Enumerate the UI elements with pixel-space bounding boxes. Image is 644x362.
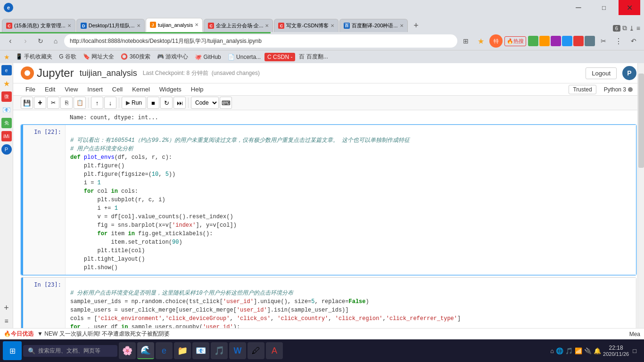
bookmark-360[interactable]: ⭕ 360搜索 (118, 52, 153, 62)
start-button[interactable]: ⊞ (3, 341, 22, 360)
screen-icon[interactable]: ⧉ (622, 24, 627, 32)
save-btn[interactable]: 💾 (21, 97, 33, 109)
maximize-btn[interactable]: □ (593, 0, 615, 15)
taskbar-app-acrobat[interactable]: A (266, 342, 283, 359)
cell-22[interactable]: In [22]: # 可以看出：有1605541（约占99.2%）的用户未重复阅… (21, 124, 636, 275)
browser-menu-icon[interactable]: ≡ (636, 25, 640, 32)
minimize-tabs-icon[interactable]: ⤓ (629, 25, 635, 32)
cell-22-code[interactable]: # 可以看出：有1605541（约占99.2%）的用户未重复阅读过文章，仅有极少… (70, 128, 631, 272)
new-tab-btn[interactable]: + (410, 19, 423, 32)
tab-csdn-messages[interactable]: C (15条消息) 文章管理... ✕ (2, 19, 75, 32)
tab-close-icon[interactable]: ✕ (400, 23, 404, 28)
tray-icon-5[interactable]: 🔌 (584, 347, 592, 354)
settings-btn[interactable]: ⋮ (612, 34, 625, 48)
bookmark-baidu-translate[interactable]: 百 百度翻... (296, 52, 330, 62)
move-up-btn[interactable]: ↑ (91, 97, 103, 109)
menu-widgets[interactable]: Widgets (155, 83, 186, 95)
menu-insert[interactable]: Insert (83, 83, 107, 95)
minimize-btn[interactable]: ─ (568, 0, 589, 15)
move-down-btn[interactable]: ↓ (104, 97, 116, 109)
tab-close-icon[interactable]: ✕ (330, 23, 334, 28)
sidebar-menu-icon[interactable]: ≡ (1, 316, 12, 326)
sidebar-icon-2[interactable]: 微 (1, 91, 12, 102)
tray-icon-2[interactable]: 🌐 (556, 347, 563, 354)
tab-desktop[interactable]: D Desktop/11月组队... ✕ (76, 19, 145, 32)
sidebar-icon-3[interactable]: 📧 (1, 105, 12, 115)
ext-btn-1[interactable] (528, 36, 538, 46)
restart-btn[interactable]: ↻ (160, 97, 173, 109)
menu-edit[interactable]: Edit (40, 83, 60, 95)
cell-type-select[interactable]: Code (191, 97, 219, 109)
forward-btn[interactable]: › (19, 34, 32, 48)
taskbar-clock[interactable]: 22:18 2020/11/26 (603, 345, 629, 357)
taskbar-app-edge[interactable]: 🌊 (137, 342, 154, 359)
tab-close-icon[interactable]: ✕ (137, 23, 140, 28)
extensions-btn[interactable]: ⊞ (459, 34, 472, 48)
notebook-name[interactable]: tuijian_analysis (80, 68, 137, 78)
tab-close-icon[interactable]: ✕ (195, 22, 198, 27)
bookmark-github[interactable]: 🐙 GitHub (192, 53, 224, 61)
sidebar-icon-star[interactable]: ★ (1, 78, 12, 89)
sidebar-icon-1[interactable]: e (1, 65, 12, 75)
address-input[interactable] (64, 34, 457, 48)
cut-btn[interactable]: ✂ (47, 97, 59, 109)
back-btn[interactable]: ‹ (4, 34, 17, 48)
logout-btn[interactable]: Logout (586, 67, 617, 79)
menu-kernel[interactable]: Kernel (127, 83, 155, 95)
tab-enterprise[interactable]: C 企业上云分会场·企... ✕ (204, 19, 273, 32)
undo-btn[interactable]: ↶ (627, 34, 640, 48)
tab-baidu-translate[interactable]: 百 百度翻译-200种语... ✕ (339, 19, 407, 32)
tab-csdn-blog[interactable]: C 写文章-CSDN博客 ✕ (274, 19, 339, 32)
menu-view[interactable]: View (60, 83, 83, 95)
taskbar-app-ie[interactable]: e (156, 342, 173, 359)
search-bar[interactable]: 🔍 搜索应用、文档、网页等 (23, 345, 117, 357)
taskbar-app-word[interactable]: W (229, 342, 246, 359)
tab-close-icon[interactable]: ✕ (265, 23, 269, 28)
menu-file[interactable]: File (21, 83, 40, 95)
cell-23-code[interactable]: # 分析用户点击环境变化是否明显，这里随机采样10个用户分析这些用户的点击环境分… (70, 280, 631, 328)
run-btn[interactable]: ▶ Run (122, 97, 146, 109)
reload-btn[interactable]: ↻ (34, 34, 47, 48)
close-btn[interactable]: ✕ (619, 0, 640, 15)
keyboard-shortcut-btn[interactable]: ⌨ (220, 97, 232, 109)
taskbar-app-edit[interactable]: 🖊 (248, 342, 264, 359)
taskbar-app-music[interactable]: 🎵 (211, 342, 228, 359)
ext-btn-4[interactable] (562, 36, 572, 46)
bookmark-btn[interactable]: ★ (474, 34, 487, 48)
special-btn[interactable]: 特 (489, 34, 503, 48)
taskbar-app-folder[interactable]: 📁 (174, 342, 191, 359)
tab-tuijian-active[interactable]: J tuijian_analysis ✕ (146, 18, 203, 32)
restart-run-btn[interactable]: ⏭ (173, 97, 186, 109)
bookmark-uncerta[interactable]: 📄 Uncerta... (225, 53, 264, 61)
sidebar-icon-5[interactable]: iMi (1, 131, 12, 141)
ext-btn-5[interactable] (573, 36, 584, 46)
ext-btn-6[interactable] (585, 36, 595, 46)
taskbar-app-flower[interactable]: 🌸 (119, 342, 136, 359)
bookmark-games[interactable]: 🎮 游戏中心 (154, 52, 191, 62)
ext-btn-2[interactable] (539, 36, 550, 46)
scissors-btn[interactable]: ✂ (597, 34, 610, 48)
ext-btn-3[interactable] (551, 36, 561, 46)
bookmark-csdn[interactable]: C CSDN - (264, 53, 295, 61)
sidebar-add-icon[interactable]: + (1, 303, 12, 313)
bookmark-google[interactable]: G 谷歌 (56, 52, 79, 62)
taskbar-app-mail[interactable]: 📧 (192, 342, 209, 359)
bookmark-favorites[interactable]: 📱 手机收藏夹 (13, 52, 55, 62)
menu-cell[interactable]: Cell (107, 83, 127, 95)
menu-help[interactable]: Help (186, 83, 208, 95)
notification-btn[interactable]: □ (631, 346, 638, 355)
tray-icon-4[interactable]: 📶 (575, 347, 582, 354)
sidebar-icon-6[interactable]: P (1, 144, 12, 155)
interrupt-btn[interactable]: ■ (147, 97, 159, 109)
tray-icon-3[interactable]: 🎵 (565, 347, 573, 354)
bookmark-weburl[interactable]: 🔖 网址大全 (80, 52, 117, 62)
scrollbar[interactable] (637, 63, 644, 328)
cell-23[interactable]: In [23]: # 分析用户点击环境变化是否明显，这里随机采样10个用户分析这… (21, 277, 636, 328)
home-btn[interactable]: ⌂ (49, 34, 62, 48)
add-cell-btn[interactable]: + (34, 97, 46, 109)
sidebar-icon-4[interactable]: 免 (1, 118, 12, 128)
paste-btn[interactable]: 📋 (74, 97, 86, 109)
tray-icon-1[interactable]: ⌂ (550, 347, 554, 354)
copy-btn[interactable]: ⎘ (60, 97, 73, 109)
tray-icon-6[interactable]: 🔔 (594, 347, 601, 354)
